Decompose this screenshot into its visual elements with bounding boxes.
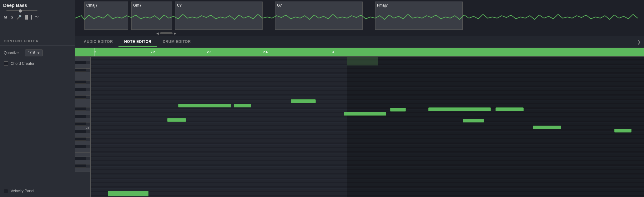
velocity-panel-row[interactable]: Velocity Panel	[0, 185, 75, 197]
scroll-right-icon[interactable]: ▶	[174, 32, 176, 35]
mic-icon[interactable]: 🎤	[16, 15, 22, 20]
left-panel: CONTENT EDITOR Quantize 1/16 ▼ Chord Cre…	[0, 36, 75, 197]
piano-key-white[interactable]	[75, 148, 90, 153]
note-block-5[interactable]	[344, 112, 386, 116]
piano-key-black[interactable]	[75, 145, 86, 148]
piano-key-black[interactable]	[75, 96, 86, 99]
grid-area[interactable]	[91, 57, 644, 197]
piano-key-white[interactable]	[75, 84, 90, 88]
piano-key-black[interactable]	[75, 80, 86, 84]
piano-key-black[interactable]	[75, 115, 86, 118]
piano-key-white[interactable]	[75, 153, 90, 157]
piano-key-white[interactable]	[75, 118, 90, 122]
track-slider-thumb	[19, 9, 22, 13]
chord-label-g7: G7	[277, 3, 361, 8]
piano-key-black[interactable]	[75, 157, 86, 160]
marker-2-4: 2.4	[263, 50, 268, 54]
scroll-controls[interactable]: ◀ ▶	[156, 32, 176, 35]
velocity-panel-checkbox[interactable]	[4, 189, 8, 193]
piano-key-white[interactable]	[75, 99, 90, 103]
app-container: Deep Bass M S 🎤 ▐▌▐ 〜 Cmaj7	[0, 0, 644, 197]
track-slider-row	[3, 10, 72, 11]
piano-key-white[interactable]	[75, 168, 90, 172]
tab-note-editor[interactable]: NOTE EDITOR	[118, 37, 157, 47]
piano-key-black[interactable]	[75, 164, 86, 168]
note-block-2[interactable]	[234, 104, 251, 107]
quantize-label: Quantize	[4, 51, 23, 55]
note-block-7[interactable]	[428, 107, 491, 111]
wave-icon[interactable]: 〜	[35, 14, 39, 20]
piano-key-black[interactable]	[75, 107, 86, 111]
chord-label-c7: C7	[177, 3, 261, 8]
bar3-highlight	[347, 57, 378, 65]
note-block-11[interactable]	[614, 129, 631, 132]
note-block-6[interactable]	[390, 108, 406, 111]
note-block-bottom[interactable]	[108, 191, 148, 196]
chord-block-c7: C7	[175, 2, 263, 30]
tab-audio-editor[interactable]: AUDIO EDITOR	[78, 37, 118, 47]
tab-expand-icon[interactable]: ❯	[637, 39, 644, 44]
piano-key-black[interactable]	[75, 69, 86, 72]
marker-2-3: 2.3	[207, 50, 211, 54]
bars-icon[interactable]: ▐▌▐	[24, 15, 32, 19]
track-name: Deep Bass	[3, 3, 72, 8]
editor-tabs: AUDIO EDITOR NOTE EDITOR DRUM EDITOR ❯	[75, 36, 644, 48]
scroll-left-icon[interactable]: ◀	[156, 32, 159, 35]
note-block-1[interactable]	[178, 104, 231, 107]
velocity-panel-section: Velocity Panel	[0, 185, 75, 197]
piano-key-white[interactable]	[75, 57, 90, 61]
piano-key-white[interactable]	[75, 103, 90, 107]
note-block-10[interactable]	[533, 126, 561, 129]
chord-creator-checkbox[interactable]	[4, 61, 8, 66]
marker-2: 2	[94, 50, 96, 54]
piano-key-black[interactable]	[75, 61, 86, 64]
piano-keys: C3	[75, 57, 91, 197]
track-controls: M S 🎤 ▐▌▐ 〜	[3, 14, 72, 20]
mute-button[interactable]: M	[3, 15, 8, 20]
note-editor-content: 2 2.2 2.3 2.4 3	[75, 48, 644, 197]
velocity-panel-label: Velocity Panel	[11, 189, 34, 193]
editor-area: CONTENT EDITOR Quantize 1/16 ▼ Chord Cre…	[0, 36, 644, 197]
timeline-bar: 2 2.2 2.3 2.4 3	[75, 48, 644, 57]
track-volume-slider[interactable]	[6, 10, 38, 11]
note-block-9[interactable]	[463, 119, 484, 122]
content-editor-label: CONTENT EDITOR	[0, 36, 75, 46]
piano-key-white[interactable]	[75, 76, 90, 80]
piano-key-white[interactable]	[75, 133, 90, 137]
dropdown-arrow-icon: ▼	[37, 51, 40, 55]
note-block-3[interactable]	[291, 99, 316, 103]
chord-label-fmaj7: Fmaj7	[377, 3, 461, 8]
solo-button[interactable]: S	[10, 15, 14, 20]
track-content: Cmaj7 Gm7 C7 G7 Fmaj7 ◀ ▶	[75, 0, 644, 36]
marker-3: 3	[332, 50, 334, 54]
piano-key-black[interactable]	[75, 130, 86, 133]
chord-creator-label: Chord Creator	[11, 61, 34, 66]
piano-key-white[interactable]	[75, 160, 90, 164]
chord-label-cmaj7: Cmaj7	[86, 3, 126, 8]
quantize-value: 1/16	[28, 51, 35, 55]
scroll-thumb[interactable]	[160, 32, 173, 34]
quantize-row: Quantize 1/16 ▼	[4, 49, 71, 56]
tab-drum-editor[interactable]: DRUM EDITOR	[157, 37, 196, 47]
marker-2-2: 2.2	[151, 50, 155, 54]
left-panel-body: Quantize 1/16 ▼ Chord Creator	[0, 46, 75, 70]
piano-key-black[interactable]	[75, 122, 86, 126]
track-header: Deep Bass M S 🎤 ▐▌▐ 〜	[0, 0, 75, 36]
piano-roll-area: C3	[75, 57, 644, 197]
piano-key-white[interactable]	[75, 64, 90, 69]
right-panel: AUDIO EDITOR NOTE EDITOR DRUM EDITOR ❯ 2…	[75, 36, 644, 197]
chord-block-gm7: Gm7	[131, 2, 172, 30]
piano-key-white[interactable]	[75, 111, 90, 115]
note-block-4[interactable]	[167, 118, 186, 122]
quantize-select[interactable]: 1/16 ▼	[25, 49, 43, 56]
piano-key-white[interactable]	[75, 91, 90, 96]
note-block-8[interactable]	[496, 107, 524, 111]
piano-key-black[interactable]	[75, 137, 86, 141]
chord-block-g7: G7	[275, 2, 363, 30]
piano-key-black[interactable]	[75, 88, 86, 91]
piano-key-c3[interactable]: C3	[75, 126, 90, 130]
piano-key-white[interactable]	[75, 141, 90, 145]
chord-creator-row[interactable]: Chord Creator	[4, 61, 71, 66]
piano-key-white[interactable]	[75, 72, 90, 76]
chord-block-cmaj7: Cmaj7	[84, 2, 128, 30]
